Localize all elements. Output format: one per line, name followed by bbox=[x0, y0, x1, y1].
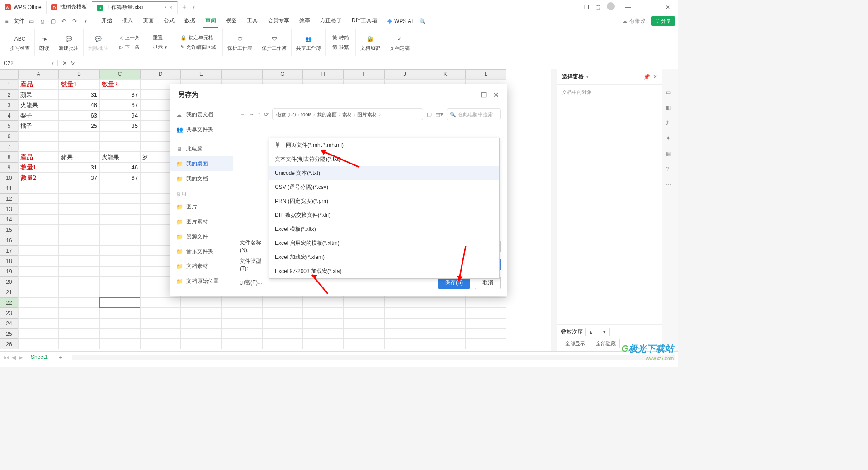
select-all-corner[interactable] bbox=[0, 69, 18, 79]
row-header[interactable]: 12 bbox=[0, 193, 18, 204]
row-header[interactable]: 15 bbox=[0, 225, 18, 235]
search-input[interactable]: 🔍 在此电脑中搜索 bbox=[447, 108, 501, 120]
cell[interactable] bbox=[181, 339, 222, 349]
cell[interactable] bbox=[99, 318, 140, 329]
cell[interactable] bbox=[181, 329, 222, 339]
cell[interactable]: 橘子 bbox=[18, 121, 59, 131]
new-tab-button[interactable]: + bbox=[178, 3, 191, 11]
cell[interactable] bbox=[59, 318, 99, 329]
filetype-option[interactable]: DIF 数据交换文件(*.dif) bbox=[269, 208, 499, 222]
hamburger-icon[interactable]: ≡ bbox=[3, 17, 11, 25]
row-header[interactable]: 11 bbox=[0, 183, 18, 193]
cell[interactable] bbox=[99, 235, 140, 245]
cell[interactable]: 產品 bbox=[18, 152, 59, 162]
del-comment-icon[interactable]: 💬 bbox=[93, 34, 103, 44]
row-header[interactable]: 2 bbox=[0, 89, 18, 100]
sheet-tab[interactable]: Sheet1 bbox=[25, 352, 53, 362]
cell[interactable] bbox=[140, 318, 181, 329]
cell[interactable] bbox=[59, 308, 99, 318]
cloud-status[interactable]: ☁ 有修改 bbox=[622, 17, 646, 25]
encrypt-link[interactable]: 加密(E)... bbox=[240, 279, 262, 287]
cell[interactable] bbox=[59, 131, 99, 141]
menu-tab-插入[interactable]: 插入 bbox=[120, 14, 135, 28]
cell[interactable]: 31 bbox=[59, 89, 99, 100]
row-header[interactable]: 6 bbox=[0, 131, 18, 141]
chevron-down-icon[interactable]: ▾ bbox=[52, 61, 54, 66]
cell[interactable] bbox=[344, 297, 384, 308]
col-header[interactable]: F bbox=[222, 69, 262, 79]
more-tool-icon[interactable]: ⋯ bbox=[666, 181, 675, 190]
cell[interactable] bbox=[384, 329, 425, 339]
cell[interactable] bbox=[222, 308, 262, 318]
menu-tab-效率[interactable]: 效率 bbox=[297, 14, 312, 28]
cell[interactable] bbox=[59, 183, 99, 193]
row-header[interactable]: 3 bbox=[0, 100, 18, 110]
dialog-close-icon[interactable]: ✕ bbox=[493, 91, 499, 99]
crumb[interactable]: tools bbox=[301, 112, 311, 117]
cell[interactable] bbox=[18, 204, 59, 214]
maximize-button[interactable]: ☐ bbox=[641, 4, 655, 10]
cell[interactable]: 67 bbox=[99, 173, 140, 183]
row-header[interactable]: 25 bbox=[0, 329, 18, 339]
cell[interactable] bbox=[59, 204, 99, 214]
reset-button[interactable]: 重置 bbox=[151, 33, 169, 42]
crumb[interactable]: 图片素材 bbox=[357, 111, 377, 118]
encrypt-icon[interactable]: 🔐 bbox=[365, 34, 375, 44]
show-all-button[interactable]: 全部显示 bbox=[561, 339, 589, 348]
cell[interactable] bbox=[18, 225, 59, 235]
cell[interactable] bbox=[18, 318, 59, 329]
cell[interactable] bbox=[99, 204, 140, 214]
row-header[interactable]: 13 bbox=[0, 204, 18, 214]
name-box[interactable]: C22 ▾ bbox=[0, 60, 58, 66]
cube-icon[interactable]: ⬚ bbox=[595, 4, 600, 10]
cell[interactable] bbox=[384, 308, 425, 318]
horizontal-scrollbar[interactable] bbox=[72, 355, 675, 360]
col-header[interactable]: J bbox=[384, 69, 425, 79]
cell[interactable] bbox=[222, 329, 262, 339]
sidebar-item-pc[interactable]: 🖥此电脑 bbox=[170, 141, 233, 156]
cell[interactable] bbox=[466, 318, 506, 329]
sidebar-item-desktop[interactable]: 📁我的桌面 bbox=[170, 156, 233, 171]
view-normal-icon[interactable]: ▦ bbox=[579, 366, 583, 367]
cell[interactable]: 梨子 bbox=[18, 110, 59, 121]
status-mode-icon[interactable]: ⊞ bbox=[4, 366, 8, 368]
new-folder-icon[interactable]: ▢ bbox=[427, 111, 432, 118]
view-page-icon[interactable]: ▥ bbox=[588, 366, 592, 367]
view-break-icon[interactable]: ▤ bbox=[597, 366, 601, 367]
menu-tab-DIY工具箱[interactable]: DIY工具箱 bbox=[350, 14, 379, 28]
cell[interactable] bbox=[99, 183, 140, 193]
cell[interactable] bbox=[262, 318, 303, 329]
row-header[interactable]: 8 bbox=[0, 152, 18, 162]
cell[interactable] bbox=[222, 318, 262, 329]
spellcheck-icon[interactable]: ABC bbox=[15, 34, 25, 44]
first-sheet-icon[interactable]: ⏮ bbox=[4, 354, 9, 361]
dropdown-icon[interactable]: ▾ bbox=[81, 17, 90, 25]
cell[interactable] bbox=[99, 297, 140, 308]
cell[interactable] bbox=[222, 297, 262, 308]
cell[interactable] bbox=[18, 329, 59, 339]
new-comment-icon[interactable]: 💬 bbox=[64, 34, 74, 44]
cell[interactable] bbox=[18, 266, 59, 277]
cell[interactable] bbox=[384, 318, 425, 329]
cell[interactable] bbox=[140, 297, 181, 308]
cell[interactable] bbox=[466, 297, 506, 308]
help-tool-icon[interactable]: ? bbox=[666, 166, 675, 175]
cell[interactable] bbox=[99, 308, 140, 318]
lock-cell-button[interactable]: 🔒锁定单元格 bbox=[179, 33, 218, 42]
cell[interactable]: 46 bbox=[59, 100, 99, 110]
cell[interactable] bbox=[222, 339, 262, 349]
cell[interactable] bbox=[344, 318, 384, 329]
cell[interactable] bbox=[59, 297, 99, 308]
share-book-button[interactable]: 共享工作簿 bbox=[296, 45, 321, 52]
finalize-button[interactable]: 文档定稿 bbox=[390, 45, 410, 52]
col-header[interactable]: E bbox=[181, 69, 222, 79]
crumb[interactable]: 磁盘 (D:) bbox=[276, 111, 296, 118]
filetype-option[interactable]: 单一网页文件(*.mht *.mhtml) bbox=[269, 138, 499, 152]
cell[interactable] bbox=[140, 339, 181, 349]
spellcheck-button[interactable]: 拼写检查 bbox=[10, 45, 30, 52]
cell[interactable]: 63 bbox=[59, 110, 99, 121]
cell[interactable]: 25 bbox=[59, 121, 99, 131]
finalize-icon[interactable]: ✓ bbox=[395, 34, 405, 44]
cell[interactable] bbox=[18, 256, 59, 266]
cell[interactable]: 數量1 bbox=[59, 79, 99, 89]
